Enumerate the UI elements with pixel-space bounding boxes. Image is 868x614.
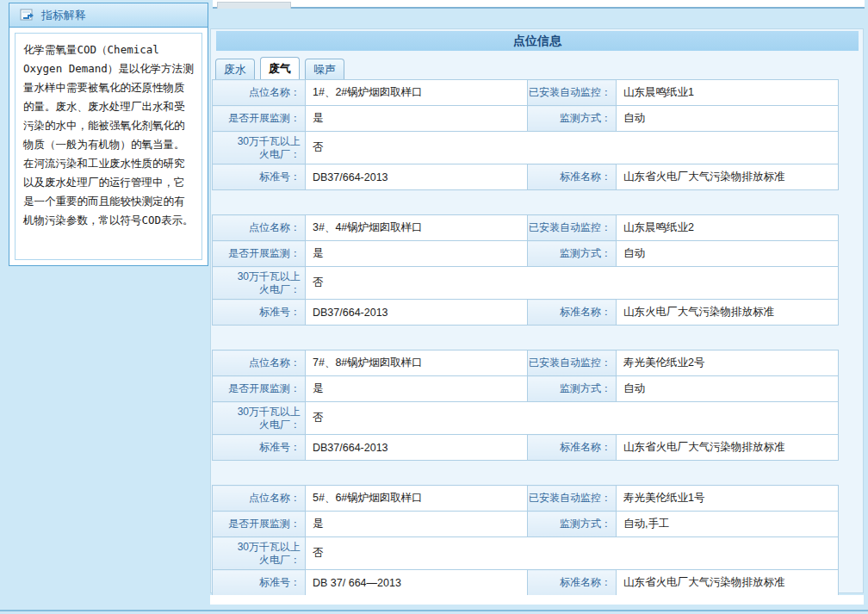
- field-value-auto-monitor: 寿光美伦纸业2号: [617, 350, 839, 376]
- field-value-monitoring: 是: [306, 512, 528, 537]
- table-row: 是否开展监测： 是 监测方式： 自动: [213, 376, 839, 402]
- field-label-auto-monitor: 已安装自动监控：: [528, 486, 617, 512]
- field-label-standard-name: 标准名称：: [528, 300, 617, 326]
- field-label-method: 监测方式：: [528, 106, 617, 132]
- field-label-standard-name: 标准名称：: [528, 164, 617, 190]
- table-row: 点位名称： 5#、6#锅炉烟囱取样口 已安装自动监控： 寿光美伦纸业1号: [213, 486, 839, 512]
- station-table: 点位名称： 7#、8#锅炉烟囱取样口 已安装自动监控： 寿光美伦纸业2号 是否开…: [212, 350, 839, 461]
- field-value-name: 7#、8#锅炉烟囱取样口: [306, 350, 528, 376]
- tab-waste-gas[interactable]: 废气: [260, 57, 300, 79]
- field-value-auto-monitor: 山东晨鸣纸业1: [617, 80, 839, 106]
- station-tables: 点位名称： 1#、2#锅炉烟囱取样口 已安装自动监控： 山东晨鸣纸业1 是否开展…: [212, 79, 863, 596]
- page-bottom-border: [0, 610, 868, 611]
- field-label-monitoring: 是否开展监测：: [213, 376, 306, 402]
- field-value-power-plant: 否: [306, 267, 839, 300]
- table-row: 30万千瓦以上火电厂： 否: [213, 537, 839, 570]
- document-icon: [20, 9, 34, 22]
- field-label-power-plant: 30万千瓦以上火电厂：: [213, 267, 306, 300]
- field-value-method: 自动: [617, 241, 839, 267]
- field-label-standard-no: 标准号：: [213, 164, 306, 190]
- field-label-method: 监测方式：: [528, 241, 617, 267]
- indicator-explanation-text: 化学需氧量COD（Chemical Oxygen Demand）是以化学方法测量…: [15, 33, 202, 260]
- field-value-name: 1#、2#锅炉烟囱取样口: [306, 80, 528, 106]
- previous-section-bottom: [213, 0, 865, 9]
- field-value-monitoring: 是: [306, 241, 528, 267]
- table-row: 标准号： DB 37/ 664—2013 标准名称： 山东省火电厂大气污染物排放…: [213, 570, 839, 596]
- table-row: 标准号： DB37/664-2013 标准名称： 山东省火电厂大气污染物排放标准: [213, 435, 839, 461]
- field-value-standard-no: DB37/664-2013: [306, 435, 528, 461]
- field-value-standard-name: 山东火电厂大气污染物排放标准: [617, 300, 839, 326]
- field-label-standard-no: 标准号：: [213, 300, 306, 326]
- table-row: 是否开展监测： 是 监测方式： 自动: [213, 241, 839, 267]
- field-label-name: 点位名称：: [213, 486, 306, 512]
- table-row: 点位名称： 1#、2#锅炉烟囱取样口 已安装自动监控： 山东晨鸣纸业1: [213, 80, 839, 106]
- indicator-explanation-panel: 指标解释 化学需氧量COD（Chemical Oxygen Demand）是以化…: [9, 3, 208, 266]
- table-row: 是否开展监测： 是 监测方式： 自动: [213, 106, 839, 132]
- station-table: 点位名称： 1#、2#锅炉烟囱取样口 已安装自动监控： 山东晨鸣纸业1 是否开展…: [212, 79, 839, 190]
- field-value-monitoring: 是: [306, 376, 528, 402]
- station-table: 点位名称： 3#、4#锅炉烟囱取样口 已安装自动监控： 山东晨鸣纸业2 是否开展…: [212, 214, 839, 326]
- field-value-standard-name: 山东省火电厂大气污染物排放标准: [617, 570, 839, 596]
- field-label-power-plant: 30万千瓦以上火电厂：: [213, 402, 306, 435]
- field-value-power-plant: 否: [306, 132, 839, 164]
- field-value-method: 自动: [617, 106, 839, 132]
- field-label-monitoring: 是否开展监测：: [213, 512, 306, 537]
- table-row: 是否开展监测： 是 监测方式： 自动,手工: [213, 512, 839, 537]
- field-label-name: 点位名称：: [213, 80, 306, 106]
- field-value-name: 5#、6#锅炉烟囱取样口: [306, 486, 528, 512]
- field-value-standard-no: DB 37/ 664—2013: [306, 570, 528, 596]
- field-value-power-plant: 否: [306, 402, 839, 435]
- field-value-method: 自动: [617, 376, 839, 402]
- tab-bar: 废水 废气 噪声: [215, 57, 863, 79]
- page: { "sidebar": { "title": "指标解释", "icon": …: [0, 0, 868, 614]
- field-label-standard-name: 标准名称：: [528, 435, 617, 461]
- field-label-standard-no: 标准号：: [213, 435, 306, 461]
- field-label-method: 监测方式：: [528, 512, 617, 537]
- indicator-explanation-title: 指标解释: [41, 8, 86, 23]
- field-label-auto-monitor: 已安装自动监控：: [528, 350, 617, 376]
- field-value-monitoring: 是: [306, 106, 528, 132]
- field-label-standard-name: 标准名称：: [528, 570, 617, 596]
- field-label-monitoring: 是否开展监测：: [213, 106, 306, 132]
- table-row: 30万千瓦以上火电厂： 否: [213, 267, 839, 300]
- tab-wastewater[interactable]: 废水: [215, 59, 255, 79]
- field-label-auto-monitor: 已安装自动监控：: [528, 80, 617, 106]
- field-value-standard-no: DB37/664-2013: [306, 300, 528, 326]
- field-value-name: 3#、4#锅炉烟囱取样口: [306, 215, 528, 241]
- station-table: 点位名称： 5#、6#锅炉烟囱取样口 已安装自动监控： 寿光美伦纸业1号 是否开…: [212, 485, 839, 596]
- point-info-title: 点位信息: [216, 31, 859, 51]
- point-info-panel: 点位信息 废水 废气 噪声 点位名称： 1#、2#锅炉烟囱取样口 已安装自动监控…: [210, 28, 864, 593]
- field-value-power-plant: 否: [306, 537, 839, 570]
- table-row: 标准号： DB37/664-2013 标准名称： 山东省火电厂大气污染物排放标准: [213, 164, 839, 190]
- field-value-standard-name: 山东省火电厂大气污染物排放标准: [617, 164, 839, 190]
- field-value-auto-monitor: 山东晨鸣纸业2: [617, 215, 839, 241]
- field-label-power-plant: 30万千瓦以上火电厂：: [213, 537, 306, 570]
- field-label-power-plant: 30万千瓦以上火电厂：: [213, 132, 306, 164]
- field-label-auto-monitor: 已安装自动监控：: [528, 215, 617, 241]
- indicator-explanation-header: 指标解释: [9, 3, 208, 28]
- field-value-standard-no: DB37/664-2013: [306, 164, 528, 190]
- table-row: 点位名称： 3#、4#锅炉烟囱取样口 已安装自动监控： 山东晨鸣纸业2: [213, 215, 839, 241]
- table-row: 点位名称： 7#、8#锅炉烟囱取样口 已安装自动监控： 寿光美伦纸业2号: [213, 350, 839, 376]
- field-label-name: 点位名称：: [213, 350, 306, 376]
- table-row: 30万千瓦以上火电厂： 否: [213, 132, 839, 164]
- field-label-monitoring: 是否开展监测：: [213, 241, 306, 267]
- field-value-standard-name: 山东省火电厂大气污染物排放标准: [617, 435, 839, 461]
- field-label-standard-no: 标准号：: [213, 570, 306, 596]
- table-row: 30万千瓦以上火电厂： 否: [213, 402, 839, 435]
- panel-footer-strip: [210, 595, 864, 605]
- truncated-tab[interactable]: [217, 2, 291, 9]
- field-label-method: 监测方式：: [528, 376, 617, 402]
- tab-noise[interactable]: 噪声: [305, 59, 344, 79]
- field-label-name: 点位名称：: [213, 215, 306, 241]
- table-row: 标准号： DB37/664-2013 标准名称： 山东火电厂大气污染物排放标准: [213, 300, 839, 326]
- field-value-auto-monitor: 寿光美伦纸业1号: [617, 486, 839, 512]
- field-value-method: 自动,手工: [617, 512, 839, 537]
